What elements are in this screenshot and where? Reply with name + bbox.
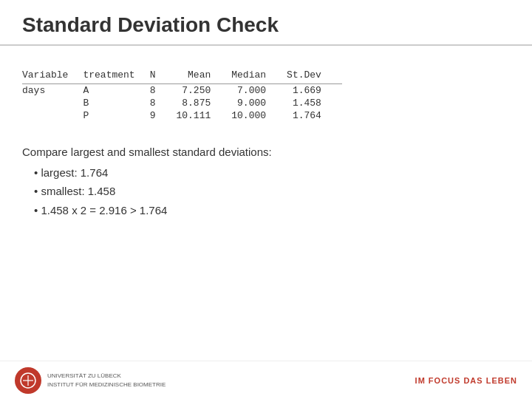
compare-list-item: 1.458 x 2 = 2.916 > 1.764 bbox=[34, 201, 510, 220]
data-table: VariabletreatmentNMeanMedianSt.DevdaysA8… bbox=[22, 68, 510, 122]
table-row: P910.11110.0001.764 bbox=[22, 109, 342, 122]
cell-treatment: P bbox=[83, 109, 149, 122]
cell-median: 10.000 bbox=[231, 109, 287, 122]
compare-section: Compare largest and smallest standard de… bbox=[22, 143, 510, 219]
table-row: VariabletreatmentNMeanMedianSt.Dev bbox=[22, 68, 342, 84]
compare-title: Compare largest and smallest standard de… bbox=[22, 143, 510, 162]
cell-n: 8 bbox=[150, 84, 177, 98]
table-row: daysA87.2507.0001.669 bbox=[22, 84, 342, 98]
logo-text: UNIVERSITÄT ZU LÜBECK INSTITUT FÜR MEDIZ… bbox=[47, 372, 166, 388]
cell-n: N bbox=[150, 68, 177, 84]
compare-list-item: smallest: 1.458 bbox=[34, 182, 510, 201]
logo-icon bbox=[15, 367, 41, 394]
cell-stdev: 1.669 bbox=[287, 84, 342, 98]
cell-variable bbox=[22, 97, 83, 109]
cell-treatment: B bbox=[83, 97, 149, 109]
cell-variable: days bbox=[22, 84, 83, 98]
slide-content: VariabletreatmentNMeanMedianSt.DevdaysA8… bbox=[0, 46, 532, 234]
cell-n: 9 bbox=[150, 109, 177, 122]
cell-mean: 7.250 bbox=[176, 84, 231, 98]
slide: Standard Deviation Check Variabletreatme… bbox=[0, 0, 532, 399]
footer: UNIVERSITÄT ZU LÜBECK INSTITUT FÜR MEDIZ… bbox=[0, 361, 532, 399]
cell-variable: Variable bbox=[22, 68, 83, 84]
cell-mean: 10.111 bbox=[176, 109, 231, 122]
cell-treatment: treatment bbox=[83, 68, 149, 84]
compare-list: largest: 1.764smallest: 1.4581.458 x 2 =… bbox=[22, 163, 510, 220]
slide-header: Standard Deviation Check bbox=[0, 0, 532, 46]
slide-title: Standard Deviation Check bbox=[22, 13, 510, 37]
table-row: B88.8759.0001.458 bbox=[22, 97, 342, 109]
cell-median: Median bbox=[231, 68, 287, 84]
cell-mean: 8.875 bbox=[176, 97, 231, 109]
cell-mean: Mean bbox=[176, 68, 231, 84]
cell-stdev: St.Dev bbox=[287, 68, 342, 84]
compare-list-item: largest: 1.764 bbox=[34, 163, 510, 183]
cell-stdev: 1.458 bbox=[287, 97, 342, 109]
cell-median: 9.000 bbox=[231, 97, 287, 109]
footer-logo: UNIVERSITÄT ZU LÜBECK INSTITUT FÜR MEDIZ… bbox=[15, 367, 166, 394]
footer-tagline: IM FOCUS DAS LEBEN bbox=[415, 376, 517, 385]
cell-stdev: 1.764 bbox=[287, 109, 342, 122]
cell-treatment: A bbox=[83, 84, 149, 98]
cell-n: 8 bbox=[150, 97, 177, 109]
cell-median: 7.000 bbox=[231, 84, 287, 98]
cell-variable bbox=[22, 109, 83, 122]
